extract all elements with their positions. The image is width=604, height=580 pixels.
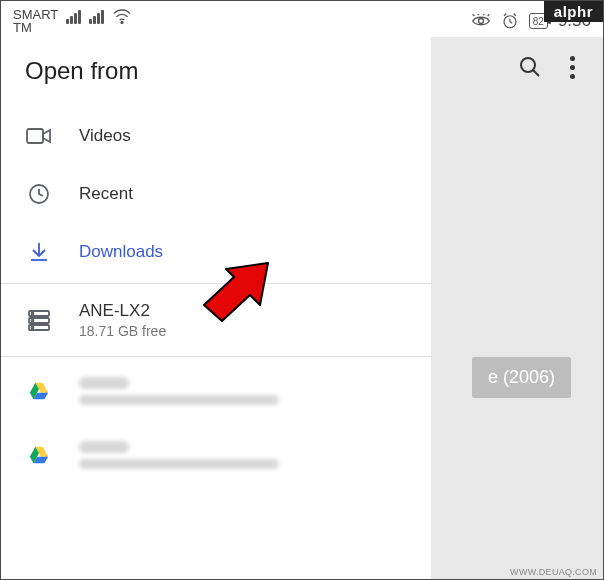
divider: [1, 356, 431, 357]
eye-icon: [471, 14, 491, 28]
source-item-videos[interactable]: Videos: [1, 107, 431, 165]
svg-point-0: [121, 21, 123, 23]
overflow-menu-icon[interactable]: [570, 56, 575, 79]
svg-point-1: [478, 19, 483, 24]
status-bar: SMART TM 82 9:56: [1, 1, 603, 37]
download-icon: [25, 240, 53, 264]
clock-history-icon: [25, 182, 53, 206]
item-label: Downloads: [79, 242, 163, 262]
wifi-icon: [112, 8, 132, 24]
alarm-icon: [501, 12, 519, 30]
signal-2-icon: [89, 10, 104, 24]
watermark-site: WWW.DEUAQ.COM: [510, 567, 597, 577]
google-drive-icon: [25, 444, 53, 466]
source-item-recent[interactable]: Recent: [1, 165, 431, 223]
background-thumbnail-label: e (2006): [472, 357, 571, 398]
svg-point-10: [32, 327, 34, 329]
screenshot-frame: alphr WWW.DEUAQ.COM SMART TM 82: [0, 0, 604, 580]
svg-point-11: [521, 58, 535, 72]
videocam-icon: [25, 126, 53, 146]
svg-rect-3: [27, 129, 43, 143]
blurred-account-text: [79, 441, 279, 469]
item-label: Videos: [79, 126, 131, 146]
open-from-panel: Open from Videos Recent Downloads: [1, 37, 431, 579]
storage-text: ANE-LX2 18.71 GB free: [79, 301, 166, 339]
blurred-account-text: [79, 377, 279, 405]
search-icon[interactable]: [518, 55, 542, 79]
dimmed-backdrop[interactable]: e (2006): [431, 37, 603, 579]
svg-point-9: [32, 320, 34, 322]
source-item-drive-account-1[interactable]: [1, 359, 431, 423]
source-item-drive-account-2[interactable]: [1, 423, 431, 487]
storage-icon: [25, 308, 53, 332]
signal-1-icon: [66, 10, 81, 24]
item-label: Recent: [79, 184, 133, 204]
tutorial-arrow-icon: [196, 257, 276, 329]
carrier-label: SMART TM: [13, 8, 58, 34]
panel-title: Open from: [1, 37, 431, 107]
svg-point-8: [32, 313, 34, 315]
google-drive-icon: [25, 380, 53, 402]
watermark-brand: alphr: [544, 1, 603, 22]
